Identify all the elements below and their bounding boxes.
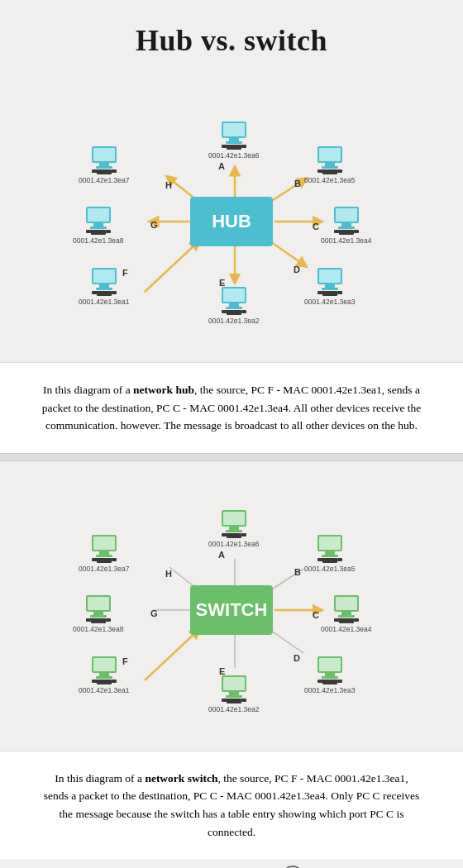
svg-rect-91 — [338, 615, 355, 618]
svg-rect-127 — [93, 537, 115, 550]
svg-rect-16 — [241, 145, 246, 148]
svg-rect-76 — [229, 527, 239, 530]
switch-port-b: B — [294, 567, 301, 577]
svg-rect-51 — [112, 291, 117, 294]
hub-node-f-mac: 0001.42e1.3ea1 — [79, 298, 129, 306]
switch-node-g: 0001.42e1.3ea8 — [73, 592, 123, 633]
switch-desc-text: In this diagram of a network switch, the… — [44, 772, 419, 838]
hub-node-h: 0001.42e1.3ea7 — [79, 143, 129, 184]
hub-node-e: 0001.42e1.3ea2 — [208, 284, 259, 325]
switch-description: In this diagram of a network switch, the… — [0, 751, 463, 859]
hub-port-a: A — [218, 161, 225, 171]
switch-node-a: 0001.42e1.3ea6 — [208, 507, 259, 548]
svg-rect-125 — [99, 551, 109, 555]
svg-rect-90 — [341, 612, 351, 615]
switch-node-d-mac: 0001.42e1.3ea3 — [304, 686, 355, 694]
svg-rect-129 — [97, 558, 112, 563]
svg-rect-29 — [339, 230, 354, 235]
svg-line-67 — [145, 632, 197, 680]
svg-rect-85 — [319, 537, 341, 550]
svg-rect-26 — [338, 227, 355, 229]
hub-port-h: H — [165, 180, 172, 190]
svg-rect-106 — [223, 677, 245, 690]
svg-rect-92 — [336, 597, 357, 610]
svg-rect-113 — [93, 658, 115, 671]
svg-rect-60 — [99, 163, 109, 166]
hub-node-e-mac: 0001.42e1.3ea2 — [208, 317, 259, 325]
svg-rect-39 — [229, 303, 239, 307]
svg-rect-25 — [341, 223, 351, 227]
svg-rect-12 — [226, 141, 242, 144]
svg-rect-30 — [354, 230, 359, 233]
svg-rect-58 — [106, 230, 111, 233]
switch-node-d: 0001.42e1.3ea3 — [304, 653, 355, 694]
hub-port-c: C — [313, 222, 319, 231]
svg-rect-44 — [241, 310, 246, 313]
svg-rect-98 — [322, 676, 338, 679]
svg-rect-20 — [319, 148, 341, 161]
switch-node-h-mac: 0001.42e1.3ea7 — [79, 565, 129, 573]
svg-rect-94 — [339, 618, 354, 623]
svg-rect-108 — [227, 699, 241, 703]
switch-port-g: G — [150, 608, 158, 618]
hub-port-b: B — [294, 179, 301, 188]
svg-rect-40 — [226, 307, 242, 309]
hub-node-a-mac: 0001.42e1.3ea6 — [208, 151, 259, 160]
svg-rect-81 — [241, 533, 246, 537]
hub-port-g: G — [150, 220, 158, 230]
hub-center-box: HUB — [190, 197, 273, 246]
svg-rect-126 — [96, 555, 112, 557]
svg-rect-112 — [96, 676, 112, 679]
switch-node-c: 0001.42e1.3ea4 — [321, 592, 371, 633]
svg-rect-62 — [93, 148, 115, 161]
switch-port-d: D — [294, 653, 300, 663]
switch-port-e: E — [219, 666, 225, 676]
switch-node-b: 0001.42e1.3ea5 — [304, 532, 355, 573]
svg-rect-47 — [96, 288, 112, 290]
svg-rect-65 — [112, 169, 117, 173]
switch-port-a: A — [218, 550, 225, 560]
svg-rect-57 — [91, 230, 106, 235]
hub-node-g-mac: 0001.42e1.3ea8 — [73, 236, 123, 245]
svg-rect-95 — [354, 618, 359, 622]
svg-rect-33 — [322, 288, 338, 290]
svg-rect-22 — [322, 169, 337, 174]
hub-node-a: 0001.42e1.3ea6 — [208, 118, 259, 160]
hub-node-c-mac: 0001.42e1.3ea4 — [321, 236, 371, 245]
switch-node-e-mac: 0001.42e1.3ea2 — [208, 705, 259, 713]
svg-rect-41 — [223, 289, 245, 302]
switch-node-a-mac: 0001.42e1.3ea6 — [208, 540, 259, 548]
svg-line-2 — [145, 243, 197, 292]
svg-rect-115 — [97, 680, 112, 684]
switch-node-h: 0001.42e1.3ea7 — [79, 532, 129, 573]
hub-port-d: D — [294, 265, 300, 274]
svg-rect-111 — [99, 673, 109, 676]
switch-diagram: SWITCH 0001.42e1.3ea6 A — [0, 470, 463, 751]
hub-node-d-mac: 0001.42e1.3ea3 — [304, 298, 355, 306]
svg-rect-15 — [227, 145, 241, 150]
switch-node-e: 0001.42e1.3ea2 — [208, 672, 259, 713]
switch-port-c: C — [313, 610, 319, 620]
hub-description: In this diagram of a network hub, the so… — [0, 362, 463, 453]
hub-port-e: E — [219, 278, 225, 288]
hub-node-g: 0001.42e1.3ea8 — [73, 203, 123, 245]
hub-desc-text: In this diagram of a network hub, the so… — [42, 384, 422, 432]
hub-port-f: F — [122, 268, 128, 278]
svg-rect-88 — [337, 558, 342, 561]
svg-rect-84 — [322, 555, 338, 557]
svg-rect-48 — [93, 269, 115, 283]
svg-rect-43 — [227, 310, 241, 315]
svg-rect-37 — [337, 291, 342, 294]
svg-rect-116 — [112, 680, 117, 683]
svg-rect-130 — [112, 558, 117, 561]
svg-rect-55 — [88, 208, 109, 222]
svg-rect-23 — [337, 169, 342, 173]
svg-rect-77 — [226, 530, 242, 532]
svg-rect-80 — [227, 533, 241, 538]
svg-rect-34 — [319, 269, 341, 283]
svg-rect-32 — [325, 284, 335, 288]
svg-rect-78 — [223, 512, 245, 525]
svg-rect-18 — [325, 163, 335, 166]
switch-center-box: SWITCH — [190, 585, 273, 635]
svg-rect-104 — [229, 692, 239, 695]
